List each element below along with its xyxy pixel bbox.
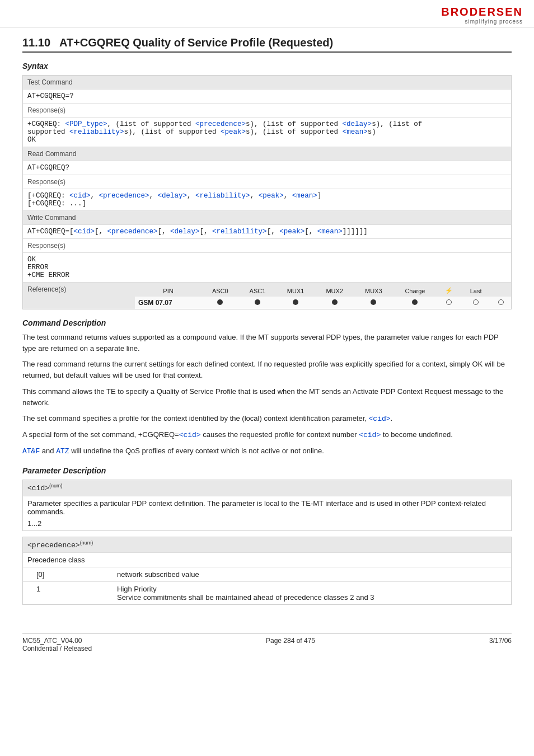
cmd-desc-para-6: AT&F and ATZ will undefine the QoS profi…	[22, 445, 512, 457]
asc1-dot	[276, 297, 315, 309]
pin-dot	[202, 297, 239, 309]
cid-ref-2: <cid>	[179, 431, 201, 439]
pin-dot-icon	[217, 299, 223, 305]
cmd-desc-para-3: This command allows the TE to specify a …	[22, 386, 512, 408]
footer-left: MC55_ATC_V04.00 Confidential / Released	[22, 637, 92, 652]
precedence-val-0-key: [0]	[27, 570, 117, 579]
test-response-content: +CGQREQ: <PDP_type>, (list of supported …	[23, 118, 511, 147]
footer-center: Page 284 of 475	[266, 637, 315, 652]
pin-header: PIN	[135, 285, 202, 297]
precedence-param-header: <precedence>(num)	[23, 537, 511, 553]
section-title: 11.10 AT+CGQREQ Quality of Service Profi…	[22, 36, 512, 53]
logo-text: BRODERSEN	[441, 6, 523, 18]
syntax-heading: Syntax	[22, 62, 512, 71]
cid-param-header: <cid>(num)	[23, 480, 511, 496]
param-desc-heading: Parameter Description	[22, 466, 512, 475]
logo-area: BRODERSEN simplifying process	[441, 6, 523, 25]
mux1-dot	[315, 297, 354, 309]
cmd-desc-para-1: The test command returns values supporte…	[22, 332, 512, 354]
cmd-desc-para-4: The set command specifies a profile for …	[22, 413, 512, 425]
mux1-dot-icon	[332, 299, 338, 305]
precedence-val-0-desc: network subscribed value	[117, 570, 199, 579]
precedence-val-0: [0] network subscribed value	[23, 567, 511, 582]
mux3-header: MUX3	[354, 285, 394, 297]
asc0-dot	[239, 297, 277, 309]
mux2-dot-icon	[371, 299, 376, 305]
asc1-dot-icon	[293, 299, 298, 305]
write-command-code: AT+CGQREQ=[<cid>[, <precedence>[, <delay…	[23, 225, 511, 239]
cid-ref-3: <cid>	[359, 431, 381, 439]
write-response-content: OK ERROR +CME ERROR	[23, 253, 511, 283]
asc1-header: ASC1	[239, 285, 277, 297]
read-response-content: [+CGQREQ: <cid>, <precedence>, <delay>, …	[23, 189, 511, 211]
write-response-label: Response(s)	[23, 239, 511, 253]
page-content: 11.10 AT+CGQREQ Quality of Service Profi…	[0, 31, 534, 622]
mux2-header: MUX2	[315, 285, 354, 297]
write-command-label: Write Command	[23, 211, 511, 225]
mux1-header: MUX1	[276, 285, 315, 297]
test-command-code: AT+CGQREQ=?	[23, 90, 511, 104]
charge-dot	[437, 297, 461, 309]
precedence-param-box: <precedence>(num) Precedence class [0] n…	[22, 537, 512, 605]
cid-ref-1: <cid>	[369, 415, 391, 423]
test-command-label: Test Command	[23, 76, 511, 90]
precedence-val-1-key: 1	[27, 585, 117, 602]
reference-label: Reference(s)	[23, 283, 135, 309]
page-header: BRODERSEN simplifying process	[0, 0, 534, 27]
asc0-header: ASC0	[202, 285, 239, 297]
precedence-val-1-desc: High Priority Service commitments shall …	[117, 585, 374, 602]
logo-sub: simplifying process	[465, 18, 523, 25]
icon-dot	[461, 297, 491, 309]
precedence-val-1: 1 High Priority Service commitments shal…	[23, 582, 511, 604]
last-header: Last	[461, 285, 491, 297]
cid-param-box: <cid>(num) Parameter specifies a particu…	[22, 480, 512, 530]
read-response-label: Response(s)	[23, 175, 511, 189]
gsm-ref-cell: GSM 07.07	[135, 297, 202, 309]
cid-param-desc: Parameter specifies a particular PDP con…	[23, 496, 511, 530]
mux3-dot-icon	[412, 299, 418, 305]
icon-header: ⚡	[437, 285, 461, 297]
asc0-dot-icon	[255, 299, 260, 305]
page-footer: MC55_ATC_V04.00 Confidential / Released …	[22, 633, 512, 656]
reference-table: PIN ASC0 ASC1 MUX1 MUX2 MUX3 Charge ⚡ La…	[135, 285, 511, 309]
last-dot-icon	[498, 299, 504, 305]
atz-ref: ATZ	[56, 447, 69, 456]
test-response-label: Response(s)	[23, 104, 511, 118]
last-dot	[491, 297, 511, 309]
read-command-code: AT+CGQREQ?	[23, 161, 511, 175]
atf-ref: AT&F	[22, 447, 40, 456]
mux2-dot	[354, 297, 394, 309]
cmd-desc-para-2: The read command returns the current set…	[22, 359, 512, 381]
reference-row: Reference(s) PIN ASC0 ASC1 MUX1 MUX2 MUX…	[23, 283, 511, 309]
read-command-label: Read Command	[23, 147, 511, 161]
syntax-table: Test Command AT+CGQREQ=? Response(s) +CG…	[22, 75, 512, 309]
icon-dot-icon	[473, 299, 479, 305]
precedence-class-desc: Precedence class	[23, 553, 511, 567]
cmd-desc-para-5: A special form of the set command, +CGQR…	[22, 429, 512, 441]
cmd-desc-heading: Command Description	[22, 318, 512, 327]
mux3-dot	[393, 297, 437, 309]
charge-dot-icon	[446, 299, 452, 305]
footer-right: 3/17/06	[489, 637, 512, 652]
charge-header: Charge	[393, 285, 437, 297]
